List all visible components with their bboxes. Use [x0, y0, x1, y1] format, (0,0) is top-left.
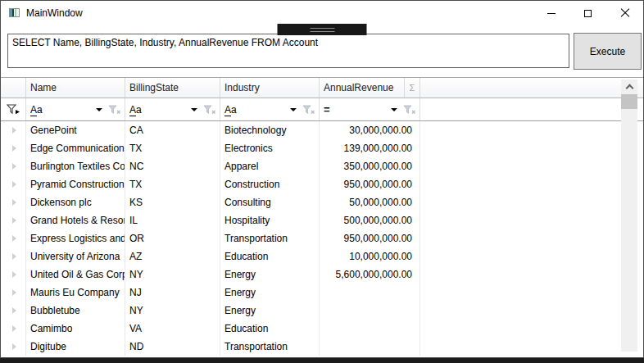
cell-industry[interactable]: Consulting	[220, 193, 320, 211]
column-header-industry[interactable]: Industry	[220, 78, 320, 98]
cell-industry[interactable]: Construction	[220, 175, 320, 193]
expand-chevron-icon[interactable]	[12, 307, 16, 314]
cell-name[interactable]: Mauris Eu Company	[26, 284, 125, 302]
row-indicator-cell[interactable]	[1, 157, 26, 175]
cell-annualrevenue[interactable]	[320, 302, 420, 320]
cell-annualrevenue[interactable]	[320, 320, 420, 338]
cell-industry[interactable]: Electronics	[220, 139, 320, 157]
expand-chevron-icon[interactable]	[12, 217, 16, 224]
expand-chevron-icon[interactable]	[12, 325, 16, 332]
cell-industry[interactable]: Energy	[220, 302, 320, 320]
clear-filter-icon[interactable]	[203, 105, 216, 115]
cell-name[interactable]: Dickenson plc	[26, 193, 125, 211]
cell-billingstate[interactable]: KS	[125, 193, 220, 211]
clear-filter-icon[interactable]	[302, 105, 315, 115]
cell-industry[interactable]: Energy	[220, 265, 320, 284]
table-row[interactable]: CamimboVAEducation	[1, 320, 643, 338]
table-row[interactable]: Pyramid Construction Inc.TXConstruction9…	[1, 175, 643, 193]
cell-name[interactable]: Pyramid Construction Inc.	[26, 175, 125, 193]
table-row[interactable]: University of ArizonaAZEducation10,000,0…	[1, 247, 643, 265]
filter-mode-glyph[interactable]: Aa	[129, 104, 189, 116]
cell-industry[interactable]: Energy	[220, 284, 320, 302]
expand-chevron-icon[interactable]	[12, 289, 16, 296]
row-indicator-cell[interactable]	[1, 320, 26, 338]
cell-billingstate[interactable]: OR	[125, 229, 220, 247]
table-row[interactable]: BubbletubeNYEnergy	[1, 302, 643, 320]
expand-chevron-icon[interactable]	[12, 145, 16, 152]
clear-filter-icon[interactable]	[403, 105, 416, 115]
cell-billingstate[interactable]: NY	[125, 265, 220, 284]
row-indicator-cell[interactable]	[1, 229, 26, 247]
expand-chevron-icon[interactable]	[12, 253, 16, 260]
cell-billingstate[interactable]: AZ	[125, 247, 220, 265]
scroll-up-button[interactable]	[621, 79, 637, 93]
cell-industry[interactable]: Biotechnology	[220, 121, 320, 139]
cell-industry[interactable]: Hospitality	[220, 211, 320, 229]
expand-chevron-icon[interactable]	[12, 181, 16, 188]
column-header-billingstate[interactable]: BillingState	[125, 78, 220, 98]
cell-name[interactable]: Digitube	[26, 338, 125, 356]
table-row[interactable]: Grand Hotels & Resorts LtdILHospitality5…	[1, 211, 643, 229]
expand-chevron-icon[interactable]	[12, 235, 16, 242]
table-row[interactable]: Dickenson plcKSConsulting50,000,000.00	[1, 193, 643, 211]
minimize-button[interactable]	[533, 1, 569, 25]
row-indicator-cell[interactable]	[1, 211, 26, 229]
table-row[interactable]: United Oil & Gas Corp.NYEnergy5,600,000,…	[1, 265, 643, 284]
expand-chevron-icon[interactable]	[12, 343, 16, 350]
title-bar[interactable]: MainWindow	[1, 1, 643, 25]
column-header-name[interactable]: Name	[26, 78, 125, 98]
cell-annualrevenue[interactable]: 30,000,000.00	[320, 121, 420, 139]
table-row[interactable]: Mauris Eu CompanyNJEnergy	[1, 284, 643, 302]
cell-annualrevenue[interactable]: 500,000,000.00	[320, 211, 420, 229]
chevron-down-icon[interactable]	[290, 108, 297, 111]
cell-annualrevenue[interactable]: 350,000,000.00	[320, 157, 420, 175]
row-indicator-cell[interactable]	[1, 338, 26, 356]
row-indicator-cell[interactable]	[1, 284, 26, 302]
vertical-scrollbar[interactable]	[621, 79, 637, 352]
cell-name[interactable]: University of Arizona	[26, 247, 125, 265]
row-indicator-cell[interactable]	[1, 193, 26, 211]
cell-billingstate[interactable]: NY	[125, 302, 220, 320]
scrollbar-thumb[interactable]	[621, 94, 637, 109]
cell-name[interactable]: Express Logistics and Transport	[26, 229, 125, 247]
cell-industry[interactable]: Education	[220, 247, 320, 265]
row-indicator-cell[interactable]	[1, 265, 26, 284]
expand-chevron-icon[interactable]	[12, 163, 16, 170]
filter-row-indicator[interactable]	[1, 98, 26, 120]
cell-annualrevenue[interactable]	[320, 284, 420, 302]
table-row[interactable]: DigitubeNDTransportation	[1, 338, 643, 356]
row-indicator-cell[interactable]	[1, 302, 26, 320]
row-indicator-cell[interactable]	[1, 139, 26, 157]
cell-annualrevenue[interactable]: 50,000,000.00	[320, 193, 420, 211]
filter-cell-annualrevenue[interactable]: =	[320, 98, 420, 120]
chevron-down-icon[interactable]	[391, 108, 397, 111]
filter-cell-industry[interactable]: Aa	[220, 98, 320, 120]
table-row[interactable]: GenePointCABiotechnology30,000,000.00	[1, 121, 643, 139]
table-row[interactable]: Edge CommunicationsTXElectronics139,000,…	[1, 139, 643, 157]
row-indicator-cell[interactable]	[1, 175, 26, 193]
filter-mode-glyph[interactable]: =	[324, 103, 389, 116]
cell-industry[interactable]: Transportation	[220, 229, 320, 247]
filter-cell-name[interactable]: Aa	[26, 98, 125, 120]
row-indicator-cell[interactable]	[1, 247, 26, 265]
column-header-annualrevenue[interactable]: AnnualRevenue	[320, 78, 405, 98]
cell-name[interactable]: Grand Hotels & Resorts Ltd	[26, 211, 125, 229]
cell-annualrevenue[interactable]: 950,000,000.00	[320, 229, 420, 247]
chevron-down-icon[interactable]	[191, 108, 197, 111]
cell-name[interactable]: Edge Communications	[26, 139, 125, 157]
expand-chevron-icon[interactable]	[12, 127, 16, 134]
cell-billingstate[interactable]: NC	[125, 157, 220, 175]
cell-industry[interactable]: Transportation	[220, 338, 320, 356]
cell-annualrevenue[interactable]: 139,000,000.00	[320, 139, 420, 157]
cell-industry[interactable]: Apparel	[220, 157, 320, 175]
filter-mode-glyph[interactable]: Aa	[224, 104, 288, 116]
cell-billingstate[interactable]: TX	[125, 139, 220, 157]
chevron-down-icon[interactable]	[96, 108, 102, 111]
cell-billingstate[interactable]: CA	[125, 121, 220, 139]
summary-sigma-button[interactable]: Σ	[405, 78, 420, 98]
filter-cell-billingstate[interactable]: Aa	[125, 98, 220, 120]
cell-name[interactable]: Bubbletube	[26, 302, 125, 320]
expand-chevron-icon[interactable]	[12, 199, 16, 206]
cell-name[interactable]: United Oil & Gas Corp.	[26, 265, 125, 284]
close-button[interactable]	[606, 1, 643, 25]
